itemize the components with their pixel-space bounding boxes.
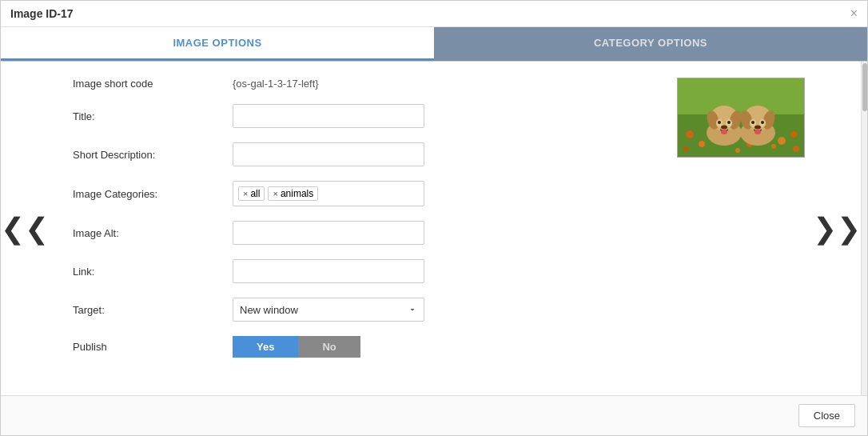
short-desc-label: Short Description:: [73, 149, 233, 161]
category-input[interactable]: [320, 188, 336, 199]
image-preview-area: [669, 62, 813, 395]
svg-point-5: [683, 146, 688, 151]
tab-category-options[interactable]: CATEGORY OPTIONS: [434, 27, 867, 61]
modal: Image ID-17 × IMAGE OPTIONS CATEGORY OPT…: [0, 0, 868, 436]
category-label-all: all: [250, 188, 260, 199]
category-label-animals: animals: [281, 188, 313, 199]
preview-svg: [678, 78, 805, 158]
svg-point-19: [727, 121, 731, 124]
svg-point-8: [771, 144, 776, 149]
shortcode-value: {os-gal-1-3-17-left}: [233, 78, 319, 90]
svg-point-29: [761, 121, 764, 124]
category-tag-all: × all: [238, 186, 265, 201]
svg-point-10: [735, 148, 740, 153]
shortcode-row: Image short code {os-gal-1-3-17-left}: [73, 78, 645, 90]
publish-no-button[interactable]: No: [298, 336, 360, 358]
form-area: Image short code {os-gal-1-3-17-left} Ti…: [49, 62, 669, 395]
modal-header: Image ID-17 ×: [1, 1, 867, 27]
category-remove-all[interactable]: ×: [243, 189, 248, 198]
next-arrow[interactable]: ❯❯: [813, 62, 861, 395]
tab-image-options[interactable]: IMAGE OPTIONS: [1, 27, 434, 61]
svg-point-9: [793, 146, 799, 152]
title-label: Title:: [73, 110, 233, 122]
svg-point-20: [721, 126, 727, 130]
svg-rect-1: [678, 78, 805, 114]
title-row: Title:: [73, 104, 645, 128]
target-label: Target:: [73, 304, 233, 316]
prev-arrow[interactable]: ❮❮: [1, 62, 49, 395]
image-alt-label: Image Alt:: [73, 227, 233, 239]
image-preview: [677, 78, 805, 158]
svg-point-7: [790, 131, 797, 138]
target-select[interactable]: New window Same window Parent window: [233, 298, 424, 322]
svg-point-6: [778, 137, 786, 145]
scrollbar[interactable]: [861, 62, 867, 395]
publish-label: Publish: [73, 341, 233, 353]
target-row: Target: New window Same window Parent wi…: [73, 298, 645, 322]
modal-title: Image ID-17: [10, 7, 74, 20]
category-remove-animals[interactable]: ×: [273, 189, 277, 198]
image-alt-row: Image Alt:: [73, 221, 645, 245]
short-desc-input[interactable]: [233, 142, 424, 166]
scrollbar-thumb: [862, 63, 867, 111]
close-icon[interactable]: ×: [850, 7, 858, 20]
link-label: Link:: [73, 266, 233, 278]
image-alt-input[interactable]: [233, 221, 424, 245]
category-tag-animals: × animals: [268, 186, 318, 201]
tabs-bar: IMAGE OPTIONS CATEGORY OPTIONS: [1, 27, 867, 62]
svg-point-21: [721, 130, 727, 134]
svg-point-28: [751, 121, 755, 124]
svg-point-3: [699, 141, 705, 147]
modal-body: ❮❮ Image short code {os-gal-1-3-17-left}…: [1, 62, 867, 395]
categories-label: Image Categories:: [73, 188, 233, 200]
svg-point-2: [686, 130, 694, 138]
svg-point-31: [755, 130, 761, 134]
categories-row: Image Categories: × all × animals: [73, 181, 645, 206]
publish-row: Publish Yes No: [73, 336, 645, 358]
svg-point-30: [755, 126, 761, 130]
svg-point-18: [718, 121, 721, 124]
link-row: Link:: [73, 259, 645, 283]
publish-yes-button[interactable]: Yes: [233, 336, 298, 358]
chevron-right-icon: ❯❯: [813, 212, 861, 246]
shortcode-label: Image short code: [73, 78, 233, 90]
chevron-left-icon: ❮❮: [1, 212, 49, 246]
short-desc-row: Short Description:: [73, 142, 645, 166]
title-input[interactable]: [233, 104, 424, 128]
categories-container[interactable]: × all × animals: [233, 181, 424, 206]
close-footer-button[interactable]: Close: [798, 404, 855, 427]
link-input[interactable]: [233, 259, 424, 283]
modal-footer: Close: [1, 395, 867, 435]
